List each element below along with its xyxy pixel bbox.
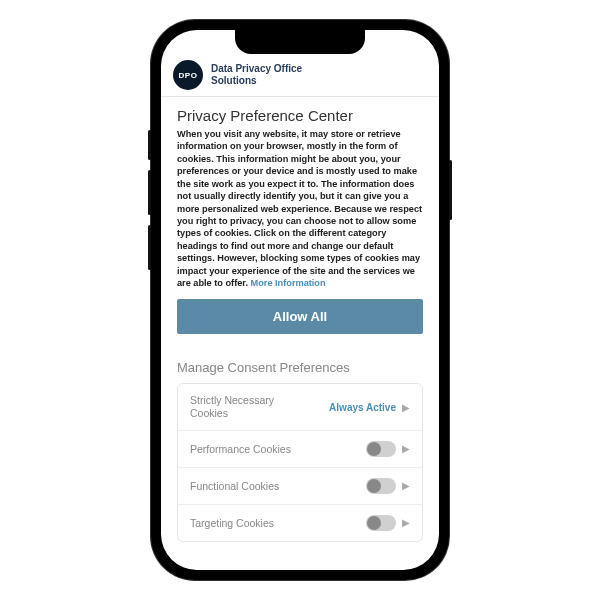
app-header: DPO Data Privacy Office Solutions — [161, 56, 439, 97]
brand-line2: Solutions — [211, 75, 302, 87]
screen: DPO Data Privacy Office Solutions Privac… — [161, 30, 439, 570]
description-text: When you visit any website, it may store… — [177, 129, 422, 288]
performance-toggle[interactable] — [366, 441, 396, 457]
chevron-right-icon: ▶ — [402, 402, 410, 413]
brand-name: Data Privacy Office Solutions — [211, 63, 302, 87]
phone-side-button — [148, 225, 151, 270]
consent-preferences-list: Strictly Necessary Cookies Always Active… — [177, 383, 423, 541]
pref-row-performance[interactable]: Performance Cookies ▶ — [178, 431, 422, 468]
pref-label: Functional Cookies — [190, 480, 279, 492]
more-information-link[interactable]: More Information — [251, 278, 326, 288]
pref-row-targeting[interactable]: Targeting Cookies ▶ — [178, 505, 422, 541]
pref-label: Targeting Cookies — [190, 517, 274, 529]
manage-consent-title: Manage Consent Preferences — [177, 360, 423, 375]
page-title: Privacy Preference Center — [177, 107, 423, 124]
phone-side-button — [148, 170, 151, 215]
targeting-toggle[interactable] — [366, 515, 396, 531]
pref-label-line2: Cookies — [190, 407, 274, 420]
chevron-right-icon: ▶ — [402, 480, 410, 491]
brand-logo: DPO — [173, 60, 203, 90]
pref-row-functional[interactable]: Functional Cookies ▶ — [178, 468, 422, 505]
notch — [235, 30, 365, 54]
chevron-right-icon: ▶ — [402, 443, 410, 454]
allow-all-button[interactable]: Allow All — [177, 299, 423, 334]
chevron-right-icon: ▶ — [402, 517, 410, 528]
pref-label-line1: Strictly Necessary — [190, 394, 274, 407]
pref-row-strictly-necessary[interactable]: Strictly Necessary Cookies Always Active… — [178, 384, 422, 430]
brand-line1: Data Privacy Office — [211, 63, 302, 75]
pref-label: Performance Cookies — [190, 443, 291, 455]
phone-frame: DPO Data Privacy Office Solutions Privac… — [151, 20, 449, 580]
functional-toggle[interactable] — [366, 478, 396, 494]
phone-side-button — [449, 160, 452, 220]
pref-label: Strictly Necessary Cookies — [190, 394, 274, 419]
privacy-description: When you visit any website, it may store… — [177, 128, 423, 289]
always-active-badge: Always Active — [329, 402, 396, 413]
phone-side-button — [148, 130, 151, 160]
